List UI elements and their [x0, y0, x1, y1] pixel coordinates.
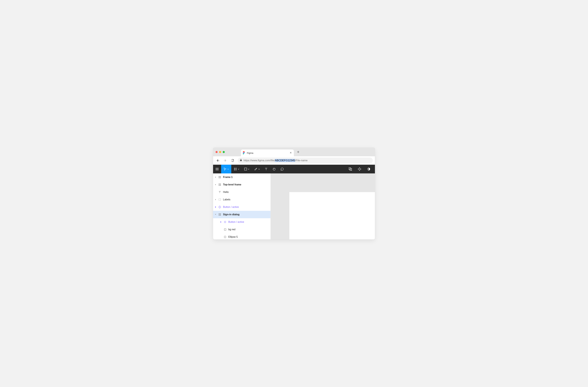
layer-row[interactable]: bg red: [213, 226, 271, 233]
layer-label: Button / active: [228, 221, 244, 223]
layers-panel[interactable]: Frame 1Top-level frameHelloLabelsButton …: [213, 173, 271, 239]
lock-icon: [240, 159, 242, 162]
url-highlighted-segment: ABCDEFG12345: [275, 159, 295, 162]
frame-icon: [234, 168, 237, 171]
nav-back-button[interactable]: [215, 158, 220, 163]
mask-tool-button[interactable]: [365, 165, 373, 173]
reload-icon: [231, 159, 234, 162]
layer-group-icon: [218, 198, 221, 201]
chevron-down-icon: [248, 169, 249, 170]
components-icon: [358, 167, 361, 171]
layer-disclosure-down-icon[interactable]: [215, 214, 216, 215]
cursor-icon: [224, 168, 227, 171]
svg-point-0: [244, 152, 245, 153]
layer-row[interactable]: Top-level frame: [213, 181, 271, 188]
layer-disclosure-right-icon[interactable]: [215, 199, 216, 200]
figma-favicon-icon: [243, 151, 245, 154]
close-icon: [290, 152, 292, 154]
mask-icon: [367, 168, 370, 171]
close-window-button[interactable]: [215, 151, 218, 153]
window-controls: [215, 151, 225, 153]
chevron-down-icon: [227, 169, 229, 170]
rectangle-icon: [244, 168, 247, 171]
canvas[interactable]: [271, 173, 375, 239]
svg-point-10: [351, 170, 352, 171]
browser-tab[interactable]: Figma: [241, 150, 294, 156]
layer-row[interactable]: Sign-in dialog: [213, 211, 271, 218]
layer-row[interactable]: Button / active: [213, 218, 271, 226]
layer-rect-icon: [224, 229, 227, 231]
layer-row[interactable]: Ellipse 5: [213, 233, 271, 239]
browser-tabstrip: Figma: [213, 148, 375, 156]
layer-label: Sign-in dialog: [223, 213, 240, 216]
layer-row[interactable]: Hello: [213, 188, 271, 196]
layer-row[interactable]: Button / active: [213, 203, 271, 211]
minimize-window-button[interactable]: [219, 151, 221, 153]
browser-window: Figma https://www.figma.com/file/ABCDEFG…: [213, 148, 375, 239]
text-icon: [265, 168, 268, 171]
svg-rect-1: [240, 160, 242, 161]
text-tool-button[interactable]: [262, 165, 270, 173]
layer-row[interactable]: Frame 1: [213, 173, 271, 181]
hand-icon: [273, 168, 276, 171]
hamburger-icon: [215, 168, 219, 170]
layer-ellipse-icon: [224, 236, 227, 238]
url-prefix: https://www.figma.com/file/: [244, 159, 275, 162]
layer-label: bg red: [228, 228, 235, 231]
components-tool-button[interactable]: [355, 165, 364, 173]
nav-forward-button[interactable]: [223, 158, 228, 163]
layer-label: Button / active: [223, 206, 239, 208]
svg-point-9: [350, 170, 350, 171]
plus-icon: [297, 151, 299, 153]
layer-text-icon: [218, 191, 221, 193]
comment-icon: [281, 168, 284, 171]
arrow-right-icon: [224, 159, 227, 162]
layer-label: Labels: [223, 198, 230, 201]
layer-instance-icon: [224, 221, 227, 223]
layer-disclosure-right-icon[interactable]: [220, 221, 222, 223]
pen-icon: [254, 168, 257, 171]
url-text: https://www.figma.com/file/ABCDEFG12345/…: [244, 159, 308, 162]
url-suffix: /File-name: [295, 159, 308, 162]
canvas-frame[interactable]: [289, 192, 375, 239]
hand-tool-button[interactable]: [270, 165, 278, 173]
align-tool-button[interactable]: [346, 165, 354, 173]
url-input[interactable]: https://www.figma.com/file/ABCDEFG12345/…: [238, 157, 373, 163]
chevron-down-icon: [258, 169, 260, 170]
shape-tool-button[interactable]: [242, 165, 252, 173]
nav-reload-button[interactable]: [230, 158, 235, 163]
layer-disclosure-right-icon[interactable]: [215, 176, 216, 178]
figma-app: Frame 1Top-level frameHelloLabelsButton …: [213, 165, 375, 239]
layer-disclosure-right-icon[interactable]: [215, 184, 216, 185]
layer-frame-icon: [218, 213, 221, 216]
svg-rect-2: [245, 168, 247, 170]
figma-toolbar: [213, 165, 375, 173]
maximize-window-button[interactable]: [223, 151, 225, 153]
svg-rect-12: [219, 199, 221, 200]
boolean-icon: [349, 168, 352, 171]
comment-tool-button[interactable]: [278, 165, 286, 173]
pen-tool-button[interactable]: [252, 165, 262, 173]
frame-tool-button[interactable]: [231, 165, 242, 173]
browser-addressbar: https://www.figma.com/file/ABCDEFG12345/…: [213, 156, 375, 165]
layer-frame-icon: [218, 183, 221, 186]
move-tool-button[interactable]: [221, 165, 231, 173]
svg-rect-13: [224, 229, 226, 230]
svg-point-6: [351, 168, 351, 168]
figma-workspace: Frame 1Top-level frameHelloLabelsButton …: [213, 173, 375, 239]
layer-label: Top-level frame: [223, 183, 241, 186]
layer-disclosure-right-icon[interactable]: [215, 206, 216, 208]
layer-label: Frame 1: [223, 176, 232, 179]
svg-point-7: [349, 169, 349, 170]
tab-close-button[interactable]: [290, 151, 292, 154]
svg-point-8: [351, 169, 352, 169]
layer-frame-icon: [218, 176, 221, 178]
layer-label: Hello: [223, 191, 229, 194]
svg-point-5: [349, 168, 349, 168]
chevron-down-icon: [238, 169, 239, 170]
new-tab-button[interactable]: [296, 150, 300, 154]
main-menu-button[interactable]: [213, 165, 221, 173]
tab-title: Figma: [247, 152, 288, 154]
layer-row[interactable]: Labels: [213, 196, 271, 203]
arrow-left-icon: [216, 159, 219, 162]
